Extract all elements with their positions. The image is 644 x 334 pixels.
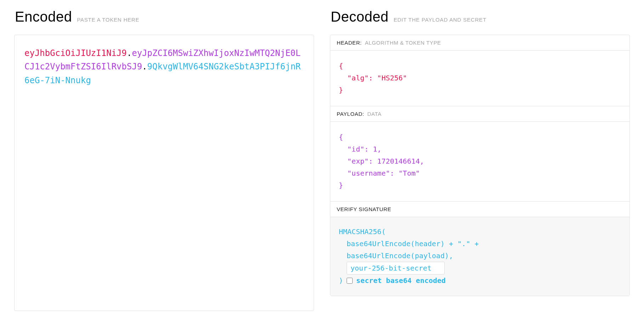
- signature-line-2: base64UrlEncode(header) + "." +: [339, 238, 621, 250]
- secret-base64-label: secret base64 encoded: [356, 274, 446, 287]
- encoded-title-row: Encoded PASTE A TOKEN HERE: [15, 9, 314, 25]
- decoded-title-row: Decoded EDIT THE PAYLOAD AND SECRET: [331, 9, 630, 25]
- decoded-hint: EDIT THE PAYLOAD AND SECRET: [394, 17, 486, 23]
- decoded-signature-section: VERIFY SIGNATURE HMACSHA256( base64UrlEn…: [330, 202, 629, 296]
- decoded-payload-editor[interactable]: { "id": 1, "exp": 1720146614, "username"…: [330, 122, 629, 201]
- decoded-signature-heading: VERIFY SIGNATURE: [330, 202, 629, 217]
- decoded-title: Decoded: [331, 9, 389, 25]
- signature-line-1: HMACSHA256(: [339, 226, 621, 238]
- decoded-payload-sub: DATA: [367, 111, 381, 117]
- decoded-header-heading: HEADER: ALGORITHM & TOKEN TYPE: [330, 35, 629, 51]
- decoded-header-section: HEADER: ALGORITHM & TOKEN TYPE { "alg": …: [330, 35, 629, 106]
- encoded-hint: PASTE A TOKEN HERE: [77, 17, 139, 23]
- decoded-payload-content: { "id": 1, "exp": 1720146614, "username"…: [339, 131, 621, 191]
- decoded-payload-heading: PAYLOAD: DATA: [330, 106, 629, 122]
- decoded-header-content: { "alg": "HS256" }: [339, 60, 621, 96]
- signature-line-3: base64UrlEncode(payload),: [339, 250, 621, 262]
- encoded-title: Encoded: [15, 9, 72, 25]
- decoded-signature-label: VERIFY SIGNATURE: [337, 206, 391, 212]
- secret-input[interactable]: [347, 262, 445, 274]
- decoded-panel: HEADER: ALGORITHM & TOKEN TYPE { "alg": …: [330, 35, 630, 296]
- encoded-token-input[interactable]: eyJhbGciOiJIUzI1NiJ9.eyJpZCI6MSwiZXhwIjo…: [14, 35, 314, 311]
- decoded-header-sub: ALGORITHM & TOKEN TYPE: [365, 40, 441, 46]
- decoded-header-editor[interactable]: { "alg": "HS256" }: [330, 51, 629, 106]
- decoded-header-label: HEADER:: [337, 40, 362, 46]
- decoded-payload-label: PAYLOAD:: [337, 111, 364, 117]
- signature-close-paren: ): [339, 274, 343, 287]
- secret-base64-checkbox[interactable]: [347, 278, 353, 284]
- token-header-part: eyJhbGciOiJIUzI1NiJ9: [24, 48, 127, 58]
- decoded-column: Decoded EDIT THE PAYLOAD AND SECRET HEAD…: [330, 9, 630, 311]
- decoded-signature-body: HMACSHA256( base64UrlEncode(header) + ".…: [330, 217, 629, 296]
- encoded-column: Encoded PASTE A TOKEN HERE eyJhbGciOiJIU…: [14, 9, 314, 311]
- decoded-payload-section: PAYLOAD: DATA { "id": 1, "exp": 17201466…: [330, 106, 629, 202]
